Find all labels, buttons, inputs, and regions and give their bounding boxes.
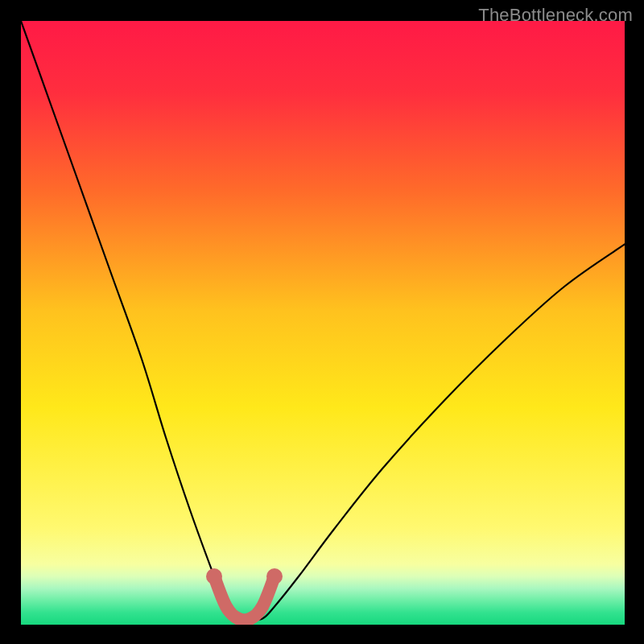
- chart-frame: TheBottleneck.com: [0, 0, 644, 644]
- plot-background: [21, 21, 625, 625]
- minimum-zone-dot-right: [266, 568, 283, 584]
- watermark-text: TheBottleneck.com: [478, 5, 633, 26]
- minimum-zone-dot-left: [206, 568, 222, 584]
- bottleneck-chart: [21, 21, 625, 625]
